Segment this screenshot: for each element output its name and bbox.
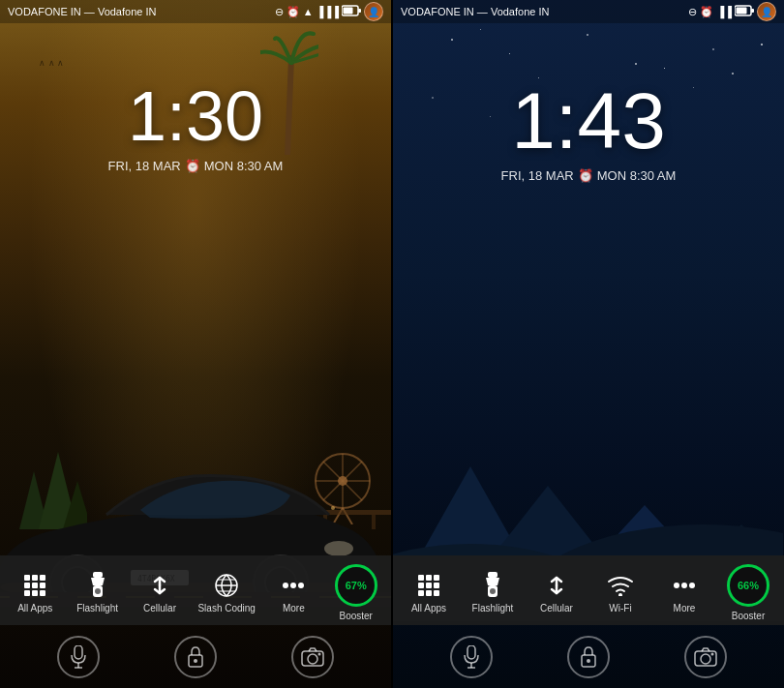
right-booster-label: Booster bbox=[732, 611, 765, 621]
left-screen: 4T4R6X6X ∧ ∧ ∧ VODAFONE IN — Vodafone IN… bbox=[0, 0, 391, 688]
slash-coding-label: Slash Coding bbox=[197, 603, 255, 613]
alarm-clock-icon-right: ⏰ bbox=[578, 168, 593, 183]
left-more-btn[interactable]: More bbox=[269, 572, 317, 613]
cellular-icon bbox=[146, 572, 173, 599]
right-status-icons: ⊖ ⏰ ▐▐ 👤 bbox=[688, 2, 776, 21]
svg-point-52 bbox=[318, 652, 321, 655]
right-more-icon bbox=[671, 572, 698, 599]
svg-rect-62 bbox=[488, 572, 498, 578]
wifi-status-icon: ▲ bbox=[303, 6, 314, 17]
flashlight-label: Flashlight bbox=[76, 603, 118, 613]
right-flashlight-btn[interactable]: Flashlight bbox=[468, 572, 517, 613]
right-clock-area: 1:43 FRI, 18 MAR ⏰ MON 8:30 AM bbox=[393, 23, 784, 555]
right-status-bar: VODAFONE IN — Vodafone IN ⊖ ⏰ ▐▐ 👤 bbox=[393, 0, 784, 23]
left-lock-btn[interactable] bbox=[174, 636, 217, 678]
svg-point-37 bbox=[95, 588, 101, 594]
right-camera-btn[interactable] bbox=[684, 636, 727, 678]
all-apps-icon bbox=[21, 572, 48, 599]
svg-point-66 bbox=[618, 593, 622, 596]
wifi-label: Wi-Fi bbox=[609, 603, 631, 613]
booster-value: 67% bbox=[346, 580, 367, 591]
more-icon bbox=[280, 572, 307, 599]
alarm-icon-right: ⏰ bbox=[700, 6, 713, 18]
left-status-bar: VODAFONE IN — Vodafone IN ⊖ ⏰ ▲ ▐▐▐ 👤 bbox=[0, 0, 391, 23]
torch-icon bbox=[84, 572, 111, 599]
svg-point-49 bbox=[194, 659, 197, 663]
svg-point-42 bbox=[283, 583, 288, 588]
right-lock-btn[interactable] bbox=[567, 636, 610, 678]
left-cellular-btn[interactable]: Cellular bbox=[136, 572, 184, 613]
svg-rect-33 bbox=[344, 8, 353, 15]
signal-icon-right: ▐▐ bbox=[716, 6, 732, 17]
svg-point-65 bbox=[490, 588, 496, 594]
right-carrier: VODAFONE IN — Vodafone IN bbox=[401, 6, 549, 17]
right-all-apps-icon bbox=[415, 572, 442, 599]
svg-marker-63 bbox=[486, 578, 499, 585]
right-all-apps-label: All Apps bbox=[411, 603, 446, 613]
alarm-icon: ⏰ bbox=[286, 6, 300, 18]
svg-rect-61 bbox=[737, 8, 747, 15]
right-booster-btn[interactable]: 66% Booster bbox=[724, 564, 772, 621]
right-cellular-btn[interactable]: Cellular bbox=[532, 572, 581, 613]
right-cellular-icon bbox=[543, 572, 570, 599]
svg-point-74 bbox=[587, 659, 590, 663]
left-slash-coding-btn[interactable]: Slash Coding bbox=[197, 572, 255, 613]
right-more-label: More bbox=[674, 603, 696, 613]
svg-rect-32 bbox=[358, 9, 361, 13]
svg-point-77 bbox=[711, 652, 714, 655]
battery-icon-right bbox=[735, 5, 754, 18]
right-wifi-btn[interactable]: Wi-Fi bbox=[596, 572, 645, 613]
left-mic-btn[interactable] bbox=[57, 636, 100, 678]
svg-rect-34 bbox=[93, 572, 103, 578]
svg-point-51 bbox=[308, 654, 317, 664]
left-all-apps-btn[interactable]: All Apps bbox=[11, 572, 59, 613]
right-time: 1:43 bbox=[511, 81, 666, 161]
right-date: FRI, 18 MAR ⏰ MON 8:30 AM bbox=[501, 168, 677, 183]
signal-icon: ▐▐▐ bbox=[317, 6, 339, 17]
svg-point-68 bbox=[681, 583, 687, 588]
left-booster-btn[interactable]: 67% Booster bbox=[332, 564, 380, 621]
battery-icon bbox=[342, 5, 361, 18]
left-time: 1:30 bbox=[128, 81, 263, 151]
svg-point-76 bbox=[701, 654, 710, 664]
svg-point-67 bbox=[674, 583, 679, 588]
left-flashlight-btn[interactable]: Flashlight bbox=[74, 572, 122, 613]
svg-point-69 bbox=[689, 583, 695, 588]
left-date: FRI, 18 MAR ⏰ MON 8:30 AM bbox=[108, 159, 284, 173]
all-apps-label: All Apps bbox=[17, 603, 52, 613]
right-screen: VODAFONE IN — Vodafone IN ⊖ ⏰ ▐▐ 👤 1:43 … bbox=[393, 0, 784, 688]
svg-rect-45 bbox=[75, 645, 82, 659]
right-all-apps-btn[interactable]: All Apps bbox=[405, 572, 453, 613]
mute-icon: ⊖ bbox=[275, 6, 284, 18]
left-bottom-nav bbox=[0, 625, 391, 688]
svg-marker-35 bbox=[91, 578, 105, 585]
svg-point-44 bbox=[298, 583, 304, 588]
left-quick-bar: All Apps Flashlight bbox=[0, 555, 391, 625]
right-quick-bar: All Apps Flashlight bbox=[393, 555, 784, 625]
mute-icon-right: ⊖ bbox=[688, 6, 697, 18]
left-carrier: VODAFONE IN — Vodafone IN bbox=[8, 6, 156, 17]
right-booster-circle: 66% bbox=[727, 564, 769, 607]
svg-point-43 bbox=[290, 583, 296, 588]
slash-coding-icon bbox=[213, 572, 240, 599]
booster-label: Booster bbox=[339, 611, 372, 621]
wifi-icon bbox=[607, 572, 634, 599]
left-status-icons: ⊖ ⏰ ▲ ▐▐▐ 👤 bbox=[275, 2, 383, 21]
right-cellular-label: Cellular bbox=[540, 603, 573, 613]
right-mic-btn[interactable] bbox=[450, 636, 493, 678]
alarm-clock-icon: ⏰ bbox=[185, 159, 200, 173]
left-clock-area: 1:30 FRI, 18 MAR ⏰ MON 8:30 AM bbox=[0, 23, 391, 555]
svg-rect-70 bbox=[467, 645, 475, 659]
more-label: More bbox=[283, 603, 305, 613]
left-camera-btn[interactable] bbox=[291, 636, 334, 678]
right-flashlight-label: Flashlight bbox=[472, 603, 514, 613]
avatar-left: 👤 bbox=[364, 2, 383, 21]
right-torch-icon bbox=[479, 572, 506, 599]
svg-rect-60 bbox=[751, 9, 754, 13]
avatar-right: 👤 bbox=[757, 2, 776, 21]
right-booster-value: 66% bbox=[738, 580, 759, 591]
cellular-label: Cellular bbox=[143, 603, 176, 613]
booster-circle: 67% bbox=[335, 564, 377, 607]
right-bottom-nav bbox=[393, 625, 784, 688]
right-more-btn[interactable]: More bbox=[660, 572, 709, 613]
